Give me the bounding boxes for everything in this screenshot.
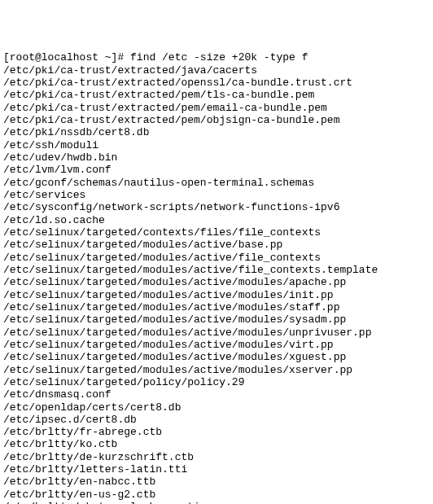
output-line: /etc/brltty/en-us-g2.ctb <box>3 489 430 501</box>
output-line: /etc/brltty/en-nabcc.ttb <box>3 476 430 488</box>
output-line: /etc/udev/hwdb.bin <box>3 151 430 164</box>
output-line: /etc/brltty/ko.ctb <box>3 438 430 450</box>
output-line: /etc/selinux/targeted/modules/active/mod… <box>3 339 430 351</box>
output-line: /etc/selinux/targeted/modules/active/mod… <box>3 327 430 339</box>
output-line: /etc/selinux/targeted/modules/active/mod… <box>3 364 430 376</box>
output-line: /etc/sysconfig/network-scripts/network-f… <box>3 201 430 213</box>
output-line: /etc/selinux/targeted/modules/active/mod… <box>3 351 430 363</box>
output-line: /etc/brltty/fr-abrege.ctb <box>3 426 430 438</box>
output-line: /etc/selinux/targeted/modules/active/mod… <box>3 276 430 288</box>
output-line: /etc/brltty/letters-latin.tti <box>3 463 430 476</box>
output-line: /etc/selinux/targeted/policy/policy.29 <box>3 376 430 388</box>
output-line: /etc/openldap/certs/cert8.db <box>3 401 430 414</box>
output-line: /etc/selinux/targeted/modules/active/mod… <box>3 289 430 301</box>
output-line: /etc/ssh/moduli <box>3 139 430 151</box>
output-line: /etc/selinux/targeted/contexts/files/fil… <box>3 226 430 239</box>
output-line: /etc/selinux/targeted/modules/active/fil… <box>3 252 430 264</box>
output-line: /etc/ipsec.d/cert8.db <box>3 414 430 426</box>
output-line: /etc/lvm/lvm.conf <box>3 164 430 176</box>
terminal[interactable]: [root@localhost ~]# find /etc -size +20k… <box>3 51 430 504</box>
output-line: /etc/gconf/schemas/nautilus-open-termina… <box>3 177 430 189</box>
output-line: /etc/pki/ca-trust/extracted/openssl/ca-b… <box>3 77 430 89</box>
output-line: /etc/selinux/targeted/modules/active/fil… <box>3 264 430 276</box>
output-line: /etc/dnsmasq.conf <box>3 388 430 401</box>
output-line: /etc/pki/ca-trust/extracted/pem/objsign-… <box>3 114 430 126</box>
output-line: /etc/pki/ca-trust/extracted/java/cacerts <box>3 64 430 77</box>
output-line: /etc/pki/ca-trust/extracted/pem/email-ca… <box>3 102 430 114</box>
output-line: /etc/selinux/targeted/modules/active/mod… <box>3 313 430 326</box>
command-output: /etc/pki/ca-trust/extracted/java/cacerts… <box>3 64 430 504</box>
output-line: /etc/selinux/targeted/modules/active/bas… <box>3 239 430 251</box>
output-line: /etc/ld.so.cache <box>3 214 430 226</box>
output-line: /etc/brltty/de-kurzschrift.ctb <box>3 451 430 463</box>
output-line: /etc/selinux/targeted/modules/active/mod… <box>3 301 430 313</box>
output-line: /etc/brltty/zh-tw-polyphone.cti <box>3 501 430 504</box>
output-line: /etc/pki/nssdb/cert8.db <box>3 126 430 138</box>
typed-command: find /etc -size +20k -type f <box>130 51 308 64</box>
command-line: [root@localhost ~]# find /etc -size +20k… <box>3 51 430 64</box>
output-line: /etc/services <box>3 189 430 201</box>
output-line: /etc/pki/ca-trust/extracted/pem/tls-ca-b… <box>3 89 430 101</box>
shell-prompt: [root@localhost ~]# <box>3 51 130 64</box>
